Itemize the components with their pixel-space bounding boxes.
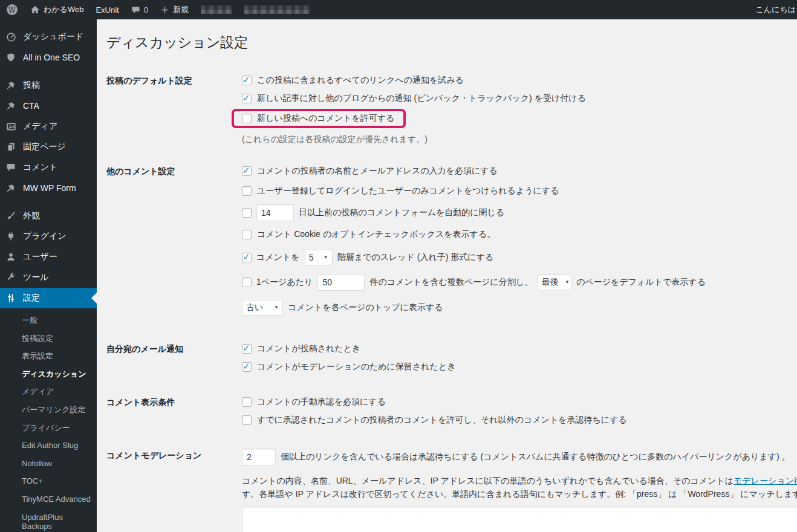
sidebar-item-dashboard[interactable]: ダッシュボード: [0, 27, 97, 47]
auto-close-label[interactable]: 日以上前の投稿のコメントフォームを自動的に閉じる: [299, 207, 504, 218]
sidebar-item-all-in-one-seo[interactable]: All in One SEO: [0, 47, 97, 68]
sidebar-item-label: メディア: [23, 121, 57, 132]
section-comment-moderation: コメントモデレーション 個以上のリンクを含んでいる場合は承認待ちにする (コメン…: [106, 446, 797, 532]
menu-separator: [0, 68, 97, 75]
sidebar-item-pages[interactable]: 固定ページ: [0, 137, 97, 157]
sidebar-item-mw-wp-form[interactable]: MW WP Form: [0, 178, 97, 198]
checkbox-label[interactable]: コメント Cookie のオプトインチェックボックスを表示する。: [257, 229, 495, 240]
sidebar-item-media[interactable]: メディア: [0, 116, 97, 137]
sidebar-item-label: CTA: [23, 101, 39, 111]
sidebar-item-settings[interactable]: 設定: [0, 288, 97, 308]
submenu-tinymce[interactable]: TinyMCE Advanced: [0, 490, 97, 508]
checkbox-paginate-comments[interactable]: [242, 277, 252, 287]
home-icon: [30, 5, 40, 15]
default-page-select[interactable]: 最後 ▼: [538, 274, 571, 290]
redacted-menu-1[interactable]: [195, 0, 238, 19]
chevron-down-icon: ▼: [274, 305, 279, 310]
menu-separator: [0, 198, 97, 206]
setting-row-moderation-links: 個以上のリンクを含んでいる場合は承認待ちにする (コメントスパムに共通する特徴の…: [242, 446, 797, 468]
max-links-input[interactable]: [242, 449, 276, 465]
checkbox-notify-links[interactable]: [242, 76, 252, 85]
media-icon: [5, 122, 17, 132]
submenu-reading[interactable]: 表示設定: [0, 347, 97, 365]
comments-per-page-input[interactable]: [317, 274, 365, 291]
submenu-privacy[interactable]: プライバシー: [0, 419, 97, 437]
svg-text:W: W: [8, 6, 16, 15]
checkbox-label[interactable]: コメントがモデレーションのために保留されたとき: [257, 362, 456, 372]
setting-row-paginate-comments: 1ページあたり 件のコメントを含む複数ページに分割し、 最後 ▼ のページをデフ…: [242, 270, 797, 295]
sidebar-item-label: 投稿: [23, 80, 40, 91]
site-name-menu[interactable]: わかるWeb: [24, 0, 89, 19]
tools-icon: [5, 273, 17, 282]
submenu-discussion[interactable]: ディスカッション: [0, 365, 97, 383]
setting-row-allow-comments: 新しい投稿へのコメントを許可する: [242, 108, 797, 129]
sidebar-item-label: ダッシュボード: [23, 31, 83, 42]
chevron-down-icon: ▼: [324, 255, 328, 260]
paginate-mid-label: 件のコメントを含む複数ページに分割し、: [369, 277, 533, 288]
comment-order-select[interactable]: 古い ▼: [242, 300, 283, 316]
plugin-icon: [5, 232, 17, 241]
checkbox-auto-close[interactable]: [242, 208, 252, 218]
sidebar-item-tools[interactable]: ツール: [0, 267, 97, 288]
sidebar-item-label: ユーザー: [23, 251, 57, 262]
checkbox-require-name-email[interactable]: [242, 166, 252, 176]
close-comments-days-input[interactable]: [256, 204, 294, 221]
submenu-permalinks[interactable]: パーマリンク設定: [0, 401, 97, 419]
sidebar-item-plugins[interactable]: プラグイン: [0, 226, 97, 247]
submenu-writing[interactable]: 投稿設定: [0, 329, 97, 348]
submenu-toc[interactable]: TOC+: [0, 472, 97, 490]
checkbox-label[interactable]: ユーザー登録してログインしたユーザーのみコメントをつけられるようにする: [257, 186, 559, 196]
checkbox-cookie-optin[interactable]: [242, 230, 252, 239]
thread-depth-select[interactable]: 5 ▼: [305, 250, 333, 265]
checkbox-label[interactable]: 新しい記事に対し他のブログからの通知 (ピンバック・トラックバック) を受け付け…: [257, 93, 586, 104]
sidebar-item-label: 設定: [23, 293, 40, 303]
setting-row-previously-approved: すでに承認されたコメントの投稿者のコメントを許可し、それ以外のコメントを承認待ち…: [242, 411, 797, 429]
checkbox-manual-approval[interactable]: [242, 397, 252, 407]
checkbox-email-comment-posted[interactable]: [242, 344, 252, 354]
new-content-menu[interactable]: 新規: [154, 0, 195, 19]
submenu-updraftplus[interactable]: UpdraftPlus Backups: [0, 508, 97, 532]
comments-menu[interactable]: 0: [125, 0, 154, 19]
checkbox-label[interactable]: すでに承認されたコメントの投稿者のコメントを許可し、それ以外のコメントを承認待ち…: [257, 415, 627, 426]
section-default-post-settings: 投稿のデフォルト設定 この投稿に含まれるすべてのリンクへの通知を試みる 新しい記…: [106, 71, 797, 145]
site-name-label: わかるWeb: [44, 4, 83, 15]
setting-row-comment-order: 古い ▼ コメントを各ページのトップに表示する: [242, 295, 797, 320]
moderation-queue-link[interactable]: モデレーション待ち: [734, 476, 797, 485]
wordpress-logo-icon: W: [6, 4, 18, 16]
thread-depth-value: 5: [309, 253, 314, 262]
submenu-nofollow[interactable]: Nofollow: [0, 455, 97, 473]
checkbox-label[interactable]: コメントが投稿されたとき: [257, 343, 360, 354]
sidebar-item-comments[interactable]: コメント: [0, 157, 97, 178]
sidebar-item-posts[interactable]: 投稿: [0, 75, 97, 96]
submenu-media[interactable]: メディア: [0, 383, 97, 401]
wp-logo-button[interactable]: W: [0, 0, 24, 19]
redacted-menu-2[interactable]: [238, 0, 316, 19]
pushpin-icon: [5, 183, 17, 193]
checkbox-label[interactable]: コメントの投稿者の名前とメールアドレスの入力を必須にする: [257, 166, 498, 177]
sidebar-item-label: 外観: [23, 210, 40, 221]
chevron-down-icon: ▼: [565, 279, 570, 285]
sidebar-item-label: All in One SEO: [23, 53, 80, 62]
sidebar-item-label: プラグイン: [23, 231, 67, 242]
comment-order-label: コメントを各ページのトップに表示する: [288, 302, 443, 313]
checkbox-registered-only[interactable]: [242, 186, 252, 196]
setting-row-auto-close: 日以上前の投稿のコメントフォームを自動的に閉じる: [242, 202, 797, 224]
checkbox-allow-comments[interactable]: [242, 114, 252, 123]
checkbox-allow-pingbacks[interactable]: [242, 94, 252, 103]
section-label: 他のコメント設定: [106, 162, 242, 320]
sidebar-item-appearance[interactable]: 外観: [0, 206, 97, 226]
sidebar-item-cta[interactable]: CTA: [0, 96, 97, 116]
checkbox-label[interactable]: コメントの手動承認を必須にする: [257, 397, 386, 407]
checkbox-threaded-comments[interactable]: [242, 253, 252, 262]
checkbox-email-moderation[interactable]: [242, 362, 252, 372]
checkbox-label[interactable]: 新しい投稿へのコメントを許可する: [257, 113, 395, 124]
submenu-general[interactable]: 一般: [0, 311, 97, 329]
moderation-keys-textarea[interactable]: [242, 507, 797, 532]
sidebar-item-users[interactable]: ユーザー: [0, 247, 97, 267]
sidebar-item-label: ツール: [23, 272, 49, 283]
checkbox-previously-approved[interactable]: [242, 415, 252, 425]
submenu-edit-author-slug[interactable]: Edit Author Slug: [0, 436, 97, 455]
exunit-menu[interactable]: ExUnit: [89, 0, 125, 19]
checkbox-label[interactable]: この投稿に含まれるすべてのリンクへの通知を試みる: [257, 75, 464, 86]
greeting-menu[interactable]: こんにちは: [755, 4, 797, 15]
